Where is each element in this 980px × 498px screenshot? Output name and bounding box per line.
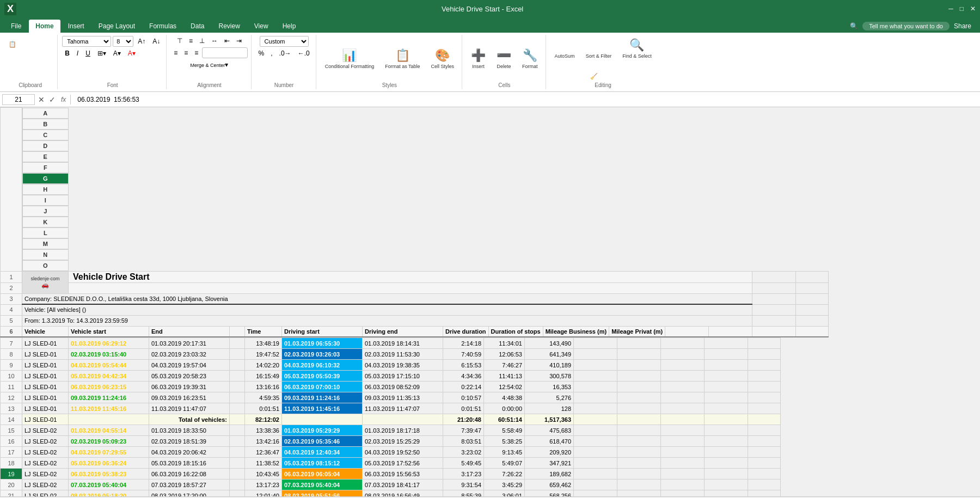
wrap-text-button[interactable]: ab Wrap Text bbox=[202, 47, 247, 58]
col-header-K[interactable]: K bbox=[22, 217, 69, 228]
vehicle-cell: LJ SLED-01 bbox=[22, 360, 69, 371]
format-cells-button[interactable]: 🔧 Format bbox=[518, 46, 542, 71]
insert-cells-icon: ➕ bbox=[471, 48, 486, 63]
driving-start-cell: 01.03.2019 05:29:29 bbox=[282, 425, 363, 436]
share-button[interactable]: Share bbox=[954, 22, 971, 30]
driving-end-cell col-g-selected: 01.03.2019 18:17:18 bbox=[363, 425, 443, 436]
font-name-select[interactable]: Tahoma bbox=[62, 36, 111, 47]
header-time: Time bbox=[245, 326, 282, 337]
font-color-button[interactable]: A▾ bbox=[125, 48, 138, 58]
end-cell: 05.03.2019 20:58:23 bbox=[149, 371, 230, 382]
header-empty2 bbox=[665, 326, 709, 337]
align-left-button[interactable]: ≡ bbox=[171, 48, 180, 58]
tab-file[interactable]: File bbox=[4, 20, 28, 33]
col-header-M[interactable]: M bbox=[22, 238, 69, 249]
duration-stops-cell: 7:46:27 bbox=[484, 360, 525, 371]
tab-formulas[interactable]: Formulas bbox=[143, 20, 183, 33]
align-top-button[interactable]: ⊤ bbox=[174, 36, 185, 46]
increase-font-button[interactable]: A↑ bbox=[135, 36, 148, 46]
mileage-privat-cell bbox=[574, 382, 617, 392]
empty-cell bbox=[617, 403, 661, 414]
fill-color-button[interactable]: A▾ bbox=[111, 48, 124, 58]
merge-center-button[interactable]: Merge & Center▾ bbox=[188, 60, 231, 70]
col-header-C[interactable]: C bbox=[22, 130, 69, 140]
clear-button[interactable]: 🧹 Clear ▾ bbox=[588, 72, 618, 81]
conditional-formatting-button[interactable]: 📊 Conditional Formatting bbox=[321, 46, 379, 71]
fill-icon: ⬇ bbox=[590, 63, 595, 70]
comma-button[interactable]: , bbox=[268, 48, 275, 58]
col-header-J[interactable]: J bbox=[22, 206, 69, 217]
tab-insert[interactable]: Insert bbox=[62, 20, 91, 33]
col-header-B[interactable]: B bbox=[22, 119, 69, 130]
tab-home[interactable]: Home bbox=[29, 20, 60, 33]
col-header-I[interactable]: I bbox=[22, 195, 69, 206]
empty-cell bbox=[230, 458, 245, 469]
mileage-business-cell: 5,276 bbox=[525, 392, 574, 403]
table-row: 4 Vehicle: [All vehicles] () bbox=[1, 304, 829, 315]
col-header-N[interactable]: N bbox=[22, 249, 69, 260]
row-num: 8 bbox=[1, 349, 22, 360]
indent-increase-button[interactable]: ⇥ bbox=[234, 36, 244, 46]
minimize-icon[interactable]: ─ bbox=[948, 5, 953, 13]
formula-input[interactable] bbox=[75, 95, 978, 104]
tab-page-layout[interactable]: Page Layout bbox=[92, 20, 142, 33]
find-select-button[interactable]: 🔍 Find & Select bbox=[618, 36, 656, 61]
end-cell: 01.03.2019 20:17:31 bbox=[149, 338, 230, 349]
empty-cell bbox=[661, 425, 705, 436]
decrease-decimal-button[interactable]: ←.0 bbox=[295, 48, 313, 58]
sort-filter-button[interactable]: ↕ Sort & Filter bbox=[581, 36, 616, 61]
tab-review[interactable]: Review bbox=[212, 20, 246, 33]
copy-button[interactable]: ⎘ Copy bbox=[7, 60, 54, 69]
align-right-button[interactable]: ≡ bbox=[192, 48, 201, 58]
format-painter-button[interactable]: 🖌 Format Painter bbox=[7, 69, 54, 78]
align-middle-button[interactable]: ≡ bbox=[186, 36, 195, 46]
col-header-G[interactable]: G bbox=[22, 173, 69, 184]
number-format-select[interactable]: Custom bbox=[260, 36, 309, 47]
maximize-icon[interactable]: □ bbox=[960, 5, 964, 13]
confirm-formula-button[interactable]: ✓ bbox=[48, 94, 57, 105]
time-cell: 4:59:35 bbox=[245, 392, 282, 403]
grid-body[interactable]: A B C D E F G H I J K L M N O bbox=[0, 107, 980, 496]
increase-decimal-button[interactable]: .0→ bbox=[277, 48, 294, 58]
percent-button[interactable]: % bbox=[256, 48, 267, 58]
tab-help[interactable]: Help bbox=[276, 20, 303, 33]
indent-decrease-button[interactable]: ⇤ bbox=[222, 36, 232, 46]
empty-cell bbox=[705, 403, 748, 414]
delete-cells-button[interactable]: ➖ Delete bbox=[492, 46, 516, 71]
tab-data[interactable]: Data bbox=[184, 20, 211, 33]
col-header-E[interactable]: E bbox=[22, 151, 69, 162]
vehicle-start-cell bbox=[69, 414, 149, 425]
empty-cell bbox=[617, 425, 661, 436]
insert-cells-button[interactable]: ➕ Insert bbox=[467, 46, 490, 71]
col-header-F[interactable]: F bbox=[22, 162, 69, 173]
font-size-select[interactable]: 8 bbox=[113, 36, 133, 47]
tell-me-input[interactable]: Tell me what you want to do bbox=[862, 22, 950, 30]
col-header-L[interactable]: L bbox=[22, 228, 69, 238]
col-header-A[interactable]: A bbox=[22, 108, 69, 119]
autosum-button[interactable]: Σ AutoSum bbox=[550, 36, 579, 61]
col-header-O[interactable]: O bbox=[22, 260, 69, 271]
decrease-font-button[interactable]: A↓ bbox=[150, 36, 163, 46]
cell-styles-button[interactable]: 🎨 Cell Styles bbox=[427, 46, 459, 71]
col-header-D[interactable]: D bbox=[22, 140, 69, 151]
border-button[interactable]: ⊞▾ bbox=[95, 48, 109, 58]
bold-button[interactable]: B bbox=[62, 48, 72, 58]
align-center-button[interactable]: ≡ bbox=[181, 48, 191, 58]
cancel-formula-button[interactable]: ✕ bbox=[37, 94, 46, 105]
mileage-business-cell: 659,462 bbox=[525, 479, 574, 490]
cell-reference-input[interactable] bbox=[2, 94, 35, 105]
close-icon[interactable]: ✕ bbox=[970, 5, 976, 13]
text-direction-button[interactable]: ↔ bbox=[209, 36, 220, 46]
col-header-H[interactable]: H bbox=[22, 184, 69, 195]
underline-button[interactable]: U bbox=[83, 48, 93, 58]
row-num: 2 bbox=[1, 282, 22, 293]
format-as-table-button[interactable]: 📋 Format as Table bbox=[381, 46, 424, 71]
tab-view[interactable]: View bbox=[248, 20, 275, 33]
align-bottom-button[interactable]: ⊥ bbox=[197, 36, 207, 46]
cut-button[interactable]: ✂ Cut bbox=[7, 50, 54, 59]
paste-button[interactable]: 📋 ▾ bbox=[7, 40, 54, 49]
italic-button[interactable]: I bbox=[74, 48, 81, 58]
fill-button[interactable]: ⬇ Fill ▾ bbox=[588, 62, 618, 71]
vehicle-start-cell: 07.03.2019 05:40:04 bbox=[69, 479, 149, 490]
mileage-business-cell: 16,353 bbox=[525, 382, 574, 392]
